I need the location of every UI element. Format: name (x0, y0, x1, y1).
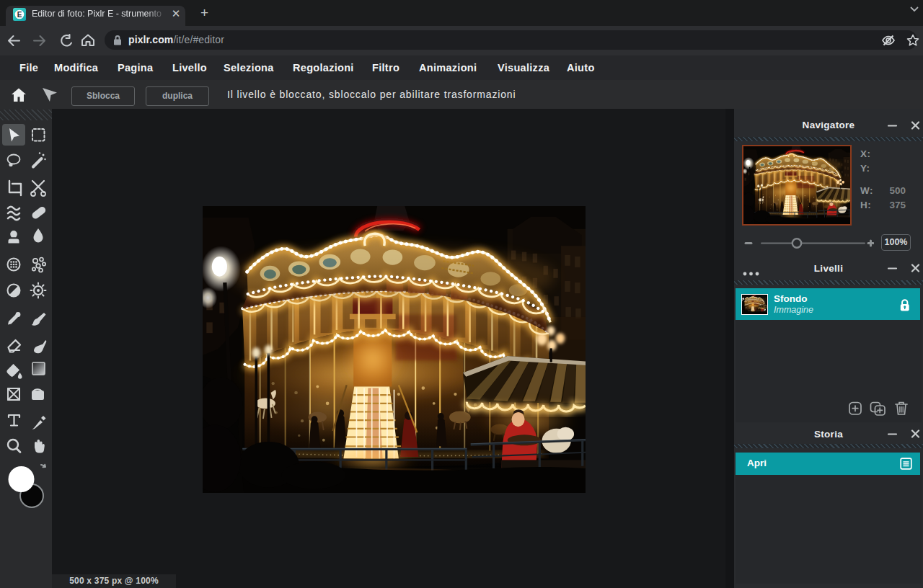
svg-text:E: E (17, 11, 22, 19)
